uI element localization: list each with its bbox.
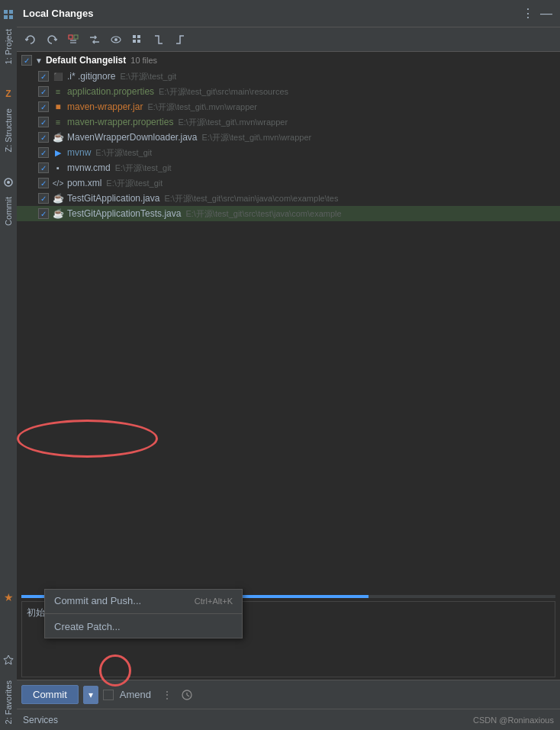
- title-bar-actions: ⋮ —: [520, 6, 554, 21]
- watermark: CSDN @Roninaxious: [473, 716, 554, 725]
- svg-line-21: [187, 695, 189, 696]
- file-checkbox-mvnw-cmd[interactable]: [38, 162, 49, 173]
- amend-label: Amend: [120, 689, 151, 700]
- file-icon-pom: </>: [52, 177, 64, 189]
- left-sidebar: 1: Project Z Z: Structure Commit ★ 2: Fa…: [0, 0, 17, 730]
- file-item-pom-xml[interactable]: </> pom.xml E:\开源\test_git: [17, 175, 560, 191]
- diff-button[interactable]: [64, 31, 82, 49]
- file-checkbox-testgit[interactable]: [38, 193, 49, 204]
- svg-rect-16: [137, 35, 140, 38]
- eye-view-button[interactable]: [107, 31, 125, 49]
- svg-point-14: [114, 38, 117, 41]
- title-minimize-button[interactable]: —: [539, 6, 554, 21]
- commit-push-label: Commit and Push...: [54, 595, 141, 606]
- svg-point-5: [7, 181, 10, 184]
- file-icon-gitignore: ⬛: [52, 70, 64, 82]
- title-menu-button[interactable]: ⋮: [520, 6, 536, 21]
- file-icon-maven-jar: ■: [52, 101, 64, 113]
- commit-dropdown-popup: Commit and Push... Ctrl+Alt+K Create Pat…: [44, 589, 243, 638]
- svg-rect-8: [74, 35, 78, 39]
- refresh-button[interactable]: [21, 31, 40, 49]
- file-icon-testgit: ☕: [52, 192, 64, 204]
- file-name-maven-jar: maven-wrapper.jar: [67, 101, 143, 112]
- changelist-header[interactable]: ▼ Default Changelist 10 files: [17, 52, 560, 69]
- file-checkbox-mvnw[interactable]: [38, 147, 49, 158]
- file-name-app-props: application.properties: [67, 86, 154, 97]
- amend-checkbox-container[interactable]: Amend: [103, 689, 151, 700]
- status-bar: Services CSDN @Roninaxious: [17, 709, 560, 730]
- sidebar-tab-structure-icon[interactable]: Z: [0, 85, 17, 102]
- file-name-maven-props: maven-wrapper.properties: [67, 117, 173, 127]
- bottom-icons: ⋮: [159, 687, 195, 703]
- file-checkbox-maven-props[interactable]: [38, 117, 49, 127]
- collapse-all-button[interactable]: [171, 31, 189, 49]
- changelist-checkbox[interactable]: [21, 55, 32, 66]
- sidebar-tab-commit-icon[interactable]: [0, 174, 17, 191]
- changelist-file-count: 10 files: [130, 56, 157, 65]
- file-icon-mvnw-cmd: ▪: [52, 162, 64, 174]
- file-name-mvnw-cmd: mvnw.cmd: [67, 162, 111, 173]
- sidebar-settings-icon[interactable]: ★: [0, 589, 17, 606]
- file-tree[interactable]: ▼ Default Changelist 10 files ⬛ .i* .git…: [17, 52, 560, 320]
- file-path-testgit-tests: E:\开源\test_git\src\test\java\com\example: [185, 208, 341, 220]
- create-patch-label: Create Patch...: [54, 621, 121, 632]
- sidebar-tab-project[interactable]: 1: Project: [2, 23, 15, 70]
- file-path-maven-jar: E:\开源\test_git\.mvn\wrapper: [147, 101, 257, 113]
- sidebar-tab-structure[interactable]: Z: Structure: [2, 102, 15, 158]
- group-by-button[interactable]: [128, 31, 146, 49]
- file-icon-app-props: ≡: [52, 85, 64, 98]
- svg-rect-7: [69, 35, 72, 39]
- file-checkbox-app-props[interactable]: [38, 86, 49, 97]
- file-name-pom: pom.xml: [67, 178, 101, 188]
- file-item-maven-downloader[interactable]: ☕ MavenWrapperDownloader.java E:\开源\test…: [17, 130, 560, 145]
- file-name-mvnw: mvnw: [67, 147, 91, 158]
- svg-rect-2: [4, 15, 8, 19]
- file-icon-mvnw: ▶: [52, 146, 64, 159]
- file-path-maven-props: E:\开源\test_git\.mvn\wrapper: [178, 117, 288, 128]
- file-checkbox-testgit-tests[interactable]: [38, 208, 49, 219]
- file-item-maven-wrapper-props[interactable]: ≡ maven-wrapper.properties E:\开源\test_gi…: [17, 114, 560, 130]
- sidebar-tab-commit[interactable]: Commit: [2, 191, 15, 232]
- svg-marker-6: [4, 655, 13, 664]
- sidebar-tab-favorites-icon[interactable]: [0, 651, 17, 668]
- file-path-app-props: E:\开源\test_git\src\main\resources: [159, 86, 288, 98]
- file-name-testgit: TestGitApplication.java: [67, 193, 159, 204]
- changelist-name: Default Changelist: [46, 55, 126, 66]
- file-item-testgit-tests[interactable]: ☕ TestGitApplicationTests.java E:\开源\tes…: [17, 206, 560, 221]
- file-item-maven-wrapper-jar[interactable]: ■ maven-wrapper.jar E:\开源\test_git\.mvn\…: [17, 99, 560, 114]
- bottom-more-icon[interactable]: ⋮: [159, 687, 175, 703]
- file-path-pom: E:\开源\test_git: [106, 178, 163, 189]
- file-checkbox-pom[interactable]: [38, 178, 49, 188]
- changelist-arrow: ▼: [35, 56, 43, 65]
- amend-checkbox[interactable]: [103, 690, 114, 700]
- commit-button[interactable]: Commit: [21, 685, 79, 704]
- bottom-toolbar: Commit ▾ Amend ⋮: [17, 680, 560, 709]
- main-panel: Local Changes ⋮ —: [17, 0, 560, 730]
- svg-rect-1: [9, 10, 13, 14]
- file-item-testgit-app[interactable]: ☕ TestGitApplication.java E:\开源\test_git…: [17, 191, 560, 206]
- sidebar-tab-project-icon[interactable]: [0, 6, 17, 23]
- expand-all-button[interactable]: [150, 31, 168, 49]
- file-checkbox-maven-dl[interactable]: [38, 132, 49, 143]
- create-patch-item[interactable]: Create Patch...: [45, 616, 242, 638]
- file-item-mvnw[interactable]: ▶ mvnw E:\开源\test_git: [17, 145, 560, 160]
- move-changelist-button[interactable]: [85, 31, 104, 49]
- file-item-application-properties[interactable]: ≡ application.properties E:\开源\test_git\…: [17, 84, 560, 99]
- bottom-clock-icon[interactable]: [179, 687, 195, 703]
- file-checkbox-gitignore[interactable]: [38, 71, 49, 82]
- rollback-button[interactable]: [43, 31, 61, 49]
- file-path-testgit: E:\开源\test_git\src\main\java\com\example…: [164, 193, 338, 204]
- svg-rect-3: [9, 15, 13, 19]
- file-item-gitignore[interactable]: ⬛ .i* .gitignore E:\开源\test_git: [17, 69, 560, 84]
- svg-rect-18: [137, 40, 140, 43]
- file-item-mvnw-cmd[interactable]: ▪ mvnw.cmd E:\开源\test_git: [17, 160, 560, 175]
- file-name-gitignore: .i* .gitignore: [67, 71, 115, 82]
- file-name-maven-dl: MavenWrapperDownloader.java: [67, 132, 198, 143]
- file-checkbox-maven-jar[interactable]: [38, 101, 49, 112]
- commit-dropdown-button[interactable]: ▾: [83, 686, 98, 704]
- toolbar: [17, 27, 560, 52]
- services-label[interactable]: Services: [23, 715, 58, 725]
- commit-and-push-item[interactable]: Commit and Push... Ctrl+Alt+K: [45, 590, 242, 612]
- sidebar-tab-favorites[interactable]: 2: Favorites: [2, 674, 15, 730]
- commit-push-shortcut: Ctrl+Alt+K: [195, 597, 233, 606]
